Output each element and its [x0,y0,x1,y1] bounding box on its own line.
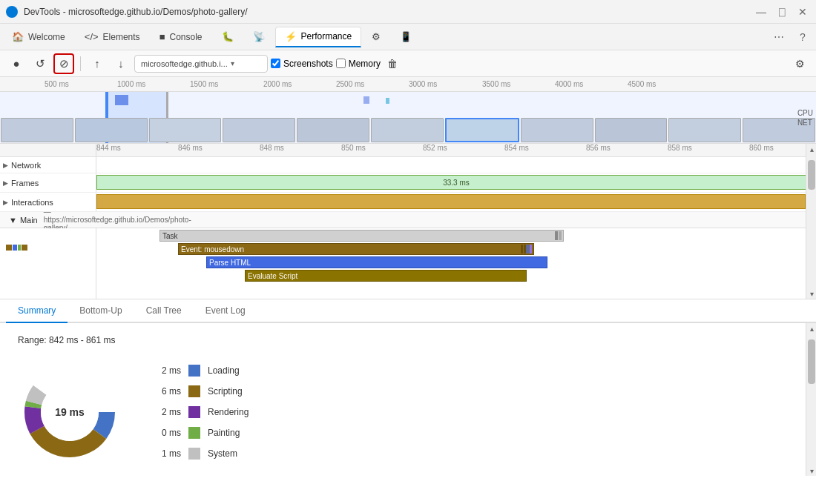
devtools-settings-button[interactable]: ⚙ [789,53,810,74]
mark-860: 860 ms [749,144,774,152]
tab-event-log[interactable]: Event Log [194,299,257,323]
ruler-2500: 2500 ms [336,80,364,88]
frames-label-text: Frames [11,179,39,188]
network-expand-arrow[interactable]: ▶ [3,162,8,169]
frames-track: ▶ Frames 33.3 ms [0,173,816,193]
console-icon: ■ [159,31,165,42]
screenshots-checkbox[interactable] [271,59,280,68]
screenshot-8 [595,118,668,142]
tab-call-tree-label: Call Tree [146,305,182,316]
frames-expand-arrow[interactable]: ▶ [3,179,8,187]
tab-network-icon[interactable]: 📡 [244,27,274,47]
upload-button[interactable]: ↑ [87,53,108,74]
main-thread-arrow[interactable]: ▼ [9,216,17,225]
cpu-spike-2 [363,96,369,104]
screenshot-3 [223,118,295,142]
tab-debug[interactable]: 🐛 [213,27,243,47]
overview-labels: CPU NET [797,92,813,144]
donut-label: 19 ms [55,406,85,418]
ruler-1500: 1500 ms [190,80,218,88]
interactions-track-label[interactable]: ▶ Interactions [0,193,96,211]
record-button[interactable]: ● [6,53,27,74]
mark-844: 844 ms [96,144,121,152]
tab-elements[interactable]: </> Elements [76,27,149,47]
interactions-track: ▶ Interactions [0,193,816,212]
bottom-scroll-up[interactable]: ▴ [806,323,816,334]
frames-track-label[interactable]: ▶ Frames [0,173,96,192]
tab-console[interactable]: ■ Console [151,27,211,47]
title-bar-controls: — ⎕ ✕ [754,4,810,19]
mark-848: 848 ms [260,144,284,152]
legend: 2 ms Loading 6 ms Scripting 2 ms Renderi… [151,365,249,460]
url-text: microsoftedge.github.i... [141,59,228,68]
url-dropdown-icon[interactable]: ▾ [231,59,234,67]
ruler-4000: 4000 ms [555,80,583,88]
timeline-overview[interactable]: 500 ms 1000 ms 1500 ms 2000 ms 2500 ms 3… [0,77,816,144]
frames-bar-text: 33.3 ms [443,179,470,187]
network-track-label[interactable]: ▶ Network [0,157,96,173]
screenshot-5 [371,118,444,142]
er4 [530,245,532,253]
tab-bottom-up[interactable]: Bottom-Up [68,299,134,323]
flame-evaluate-script[interactable]: Evaluate Script [245,270,527,282]
painting-color [188,427,200,439]
tab-summary[interactable]: Summary [6,299,68,323]
ruler-500: 500 ms [45,80,69,88]
minimize-button[interactable]: — [754,4,769,19]
flame-task[interactable]: Task [159,230,564,242]
bottom-scroll-thumb[interactable] [808,339,815,384]
download-button[interactable]: ↓ [111,53,131,74]
title-bar-text: DevTools - microsoftedge.github.io/Demos… [24,7,748,17]
cpu-label: CPU [797,109,813,117]
tab-call-tree[interactable]: Call Tree [134,299,194,323]
bottom-scroll-down[interactable]: ▾ [806,465,816,476]
main-thread-name: Main [20,216,38,225]
screenshot-0 [1,118,73,142]
ruler-3000: 3000 ms [409,80,437,88]
legend-loading: 2 ms Loading [151,365,249,377]
tab-welcome[interactable]: 🏠 Welcome [3,27,74,47]
tab-settings-icon[interactable]: ⚙ [363,27,389,47]
system-color [188,448,200,460]
mark-846: 846 ms [178,144,203,152]
restore-button[interactable]: ⎕ [774,4,789,19]
tab-performance-label: Performance [301,31,352,42]
reload-button[interactable]: ↺ [30,53,50,74]
cpu-spike-3 [386,98,389,104]
flame-task-label: Task [162,232,178,240]
rendering-color [188,406,200,418]
tab-performance[interactable]: ⚡ Performance [275,27,362,47]
tab-device[interactable]: 📱 [391,27,421,47]
block1 [6,245,12,251]
clear-button[interactable]: ⊘ [53,53,74,74]
system-label: System [208,448,237,459]
scrollbar-down-arrow[interactable]: ▾ [806,288,816,299]
scrollbar-thumb[interactable] [808,160,815,190]
summary-chart-area: 19 ms 2 ms Loading 6 ms Scripting [18,360,798,464]
overview-content[interactable]: CPU NET [0,92,816,144]
bottom-scrollbar[interactable]: ▴ ▾ [806,323,816,476]
mark-856: 856 ms [586,144,611,152]
screenshots-checkbox-label[interactable]: Screenshots [271,59,333,69]
flame-script-label: Evaluate Script [248,272,297,280]
scrollbar-up-arrow[interactable]: ▴ [806,144,816,154]
memory-checkbox-label[interactable]: Memory [336,59,381,69]
flame-parse-html[interactable]: Parse HTML [206,256,547,268]
loading-color [188,365,200,377]
interactions-expand-arrow[interactable]: ▶ [3,199,8,206]
trash-button[interactable]: 🗑 [384,55,401,73]
mark-850: 850 ms [341,144,366,152]
close-button[interactable]: ✕ [795,4,810,19]
more-tabs-button[interactable]: ⋯ [769,27,789,47]
interactions-bar [96,194,806,209]
ruler-3500: 3500 ms [482,80,510,88]
system-ms: 1 ms [151,448,181,459]
frames-bar: 33.3 ms [96,175,816,190]
flame-event-mousedown[interactable]: Event: mousedown [178,243,534,255]
help-button[interactable]: ? [792,27,813,47]
scripting-label: Scripting [208,386,243,397]
tracks-scrollbar[interactable]: ▴ ▾ [806,144,816,299]
mark-854: 854 ms [504,144,529,152]
tr1 [555,231,558,240]
memory-checkbox[interactable] [336,59,346,68]
